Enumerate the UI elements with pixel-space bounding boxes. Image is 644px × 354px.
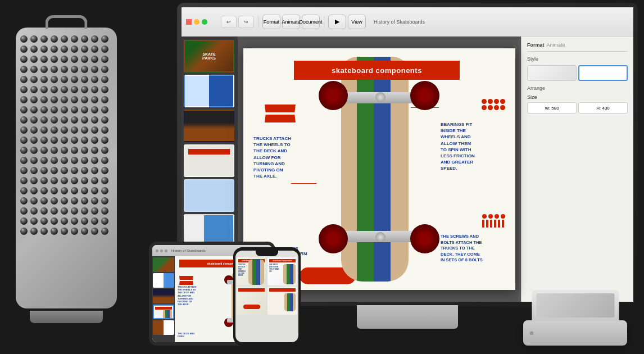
style-1[interactable] [527, 65, 577, 81]
size-label: Size [527, 94, 628, 100]
view-button[interactable]: View [348, 15, 366, 29]
ipad-app-title: History of Skateboards [171, 249, 206, 252]
ipad-trucks-text: TRUCKS ATTACHTHE WHEELS TOTHE DECK ANDAL… [178, 285, 196, 306]
format-tab[interactable]: Format [527, 42, 545, 48]
keynote-toolbar: ↩ ↪ Format Animate Document ▶ View Histo… [182, 7, 633, 37]
ipad-thumb-2[interactable] [153, 273, 174, 288]
style-2[interactable] [578, 65, 628, 81]
format-panel: Format Animate Style Arrange Size W: 580… [521, 37, 633, 302]
mac-mini [523, 292, 627, 346]
ipad-slide-panel [152, 256, 175, 342]
play-button[interactable]: ▶ [328, 15, 346, 29]
ipad-thumb-5[interactable] [153, 320, 174, 335]
slide-thumb-5[interactable] [184, 179, 234, 212]
title-banner: skateboard components [294, 61, 460, 80]
width-input[interactable]: W: 580 [527, 102, 577, 114]
iphone-notch [256, 251, 278, 256]
ipad-bottom-text: THE DECK ANDFORM [178, 332, 194, 338]
iphone-slide-grid: skateboard components TRUCKSATTACHTHEWHE… [237, 257, 297, 315]
mac-mini-screen [536, 293, 614, 317]
screws-dots [482, 214, 505, 230]
ann-line-3 [291, 183, 316, 184]
document-title: History of Skateboards [369, 19, 429, 25]
iphone-content: skateboard components TRUCKSATTACHTHEWHE… [235, 256, 298, 316]
mac-pro: // Generate holes via JS [11, 8, 121, 340]
iphone-deck-1 [248, 260, 264, 285]
iphone-slide-2[interactable]: skateboard components THE DECKAND FORMYO… [267, 257, 297, 285]
ipad-thumb-3[interactable] [153, 289, 174, 303]
monitor-stand [357, 305, 458, 329]
document-button[interactable]: Document [302, 15, 320, 29]
ipad-thumb-4[interactable] [153, 305, 174, 319]
undo-button[interactable]: ↩ [221, 16, 237, 28]
mac-mini-body [523, 320, 627, 346]
inside-label: BEARINGS FITINSIDE THEWHEELS ANDALLOW TH… [441, 121, 505, 172]
ipad-truck-icon [179, 276, 193, 285]
format-section-style: Style [527, 56, 628, 62]
iphone-slide-3[interactable] [237, 287, 266, 315]
slide-thumb-1[interactable]: SKATEPARKS [184, 40, 234, 72]
skateboard-visual [324, 54, 437, 287]
slide-thumb-2[interactable] [184, 75, 234, 107]
redo-button[interactable]: ↪ [238, 16, 254, 28]
slide-thumb-4[interactable] [184, 144, 234, 177]
screws-label: THE SCREWS ANDBOLTS ATTACH THETRUCKS TO … [441, 234, 505, 264]
format-button[interactable]: Format [262, 15, 280, 29]
animate-tab[interactable]: Animate [547, 42, 565, 48]
ipad-thumb-1[interactable] [153, 257, 174, 272]
iphone-slide-4[interactable] [267, 287, 297, 315]
bearing-dots [482, 99, 505, 110]
trucks-label: TRUCKS ATTACHTHE WHEELS TOTHE DECK ANDAL… [253, 135, 291, 179]
iphone-screen: skateboard components TRUCKSATTACHTHEWHE… [235, 251, 298, 342]
iphone-slide-1[interactable]: skateboard components TRUCKSATTACHTHEWHE… [237, 257, 266, 285]
animate-button[interactable]: Animate [282, 15, 300, 29]
slide-title: skateboard components [332, 66, 422, 75]
mac-mini-top [532, 290, 619, 321]
truck-icon [265, 105, 296, 122]
slide-thumb-3[interactable] [184, 110, 234, 142]
height-input[interactable]: H: 430 [578, 102, 628, 114]
iphone: skateboard components TRUCKSATTACHTHEWHE… [233, 247, 301, 346]
format-section-layout: Arrange [527, 85, 628, 91]
